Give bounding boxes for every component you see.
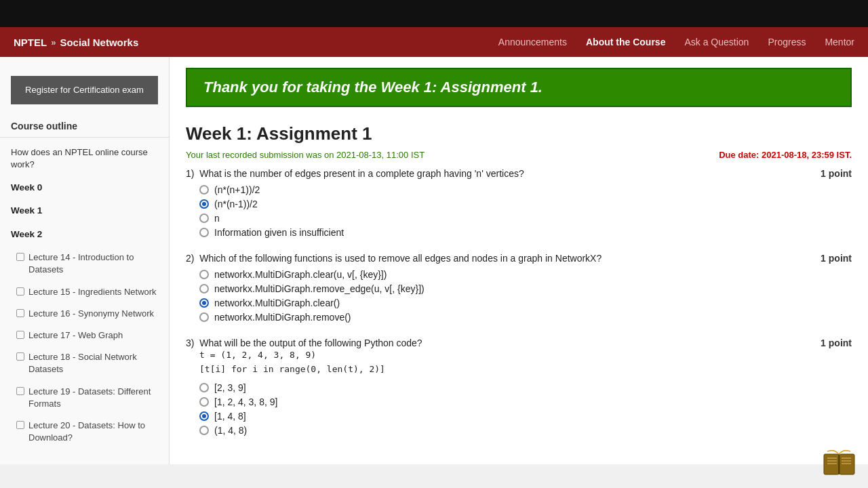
question-2-options: networkx.MultiDiGraph.clear(u, v[, {key}… (199, 269, 852, 323)
option-1-4[interactable]: Information given is insufficient (199, 227, 852, 238)
sidebar-label-lecture14: Lecture 14 - Introduction to Datasets (28, 251, 158, 276)
option-label-3-2: [1, 2, 4, 3, 8, 9] (214, 396, 277, 407)
main-container: Register for Certification exam Course o… (0, 57, 868, 464)
register-area: Register for Certification exam (0, 65, 169, 115)
svg-rect-1 (840, 454, 854, 464)
question-2-header: 2) Which of the following functions is u… (186, 253, 852, 264)
radio-3-4[interactable] (199, 426, 209, 435)
nav-progress[interactable]: Progress (768, 37, 806, 47)
svg-rect-0 (824, 454, 839, 464)
checkbox-lecture17 (16, 331, 24, 339)
code-block-q3: t = (1, 2, 4, 3, 8, 9) [t[i] for i in ra… (199, 348, 807, 377)
question-2-number: 2) (186, 253, 194, 264)
question-2-text: 2) Which of the following functions is u… (186, 253, 807, 264)
book-icon (821, 447, 858, 464)
question-1-body: What is the number of edges present in a… (199, 168, 524, 179)
question-1-text: 1) What is the number of edges present i… (186, 168, 807, 179)
nav-arrow: » (51, 37, 56, 47)
last-submitted: Your last recorded submission was on 202… (186, 150, 425, 160)
sidebar-item-lecture15[interactable]: Lecture 15 - Ingredients Network (0, 281, 169, 303)
option-label-3-1: [2, 3, 9] (214, 382, 246, 393)
option-2-4[interactable]: networkx.MultiDiGraph.remove() (199, 312, 852, 323)
question-2: 2) Which of the following functions is u… (186, 253, 852, 323)
option-3-4[interactable]: (1, 4, 8) (199, 425, 852, 436)
nav-mentor[interactable]: Mentor (825, 37, 854, 47)
code-line2: [t[i] for i in range(0, len(t), 2)] (199, 363, 807, 377)
question-3-options: [2, 3, 9] [1, 2, 4, 3, 8, 9] [1, 4, 8] (… (199, 382, 852, 436)
question-1-number: 1) (186, 168, 194, 179)
questions-area: 1) What is the number of edges present i… (170, 168, 868, 436)
nav-ask-question[interactable]: Ask a Question (684, 37, 749, 47)
option-2-3[interactable]: networkx.MultiDiGraph.clear() (199, 298, 852, 308)
content-area: Thank you for taking the Week 1: Assignm… (170, 57, 868, 464)
sidebar-label-lecture18: Lecture 18 - Social Network Datasets (28, 351, 158, 375)
radio-1-1[interactable] (199, 185, 209, 195)
sidebar-item-week0[interactable]: Week 0 (0, 176, 169, 200)
question-1-header: 1) What is the number of edges present i… (186, 168, 852, 179)
question-1: 1) What is the number of edges present i… (186, 168, 852, 238)
question-2-points: 1 point (821, 253, 852, 264)
question-3-points: 1 point (821, 338, 852, 377)
sidebar-item-nptel-works[interactable]: How does an NPTEL online course work? (0, 142, 169, 176)
option-label-1-4: Information given is insufficient (214, 227, 344, 238)
radio-3-3[interactable] (199, 411, 209, 421)
sidebar-item-lecture20[interactable]: Lecture 20 - Datasets: How to Download? (0, 415, 169, 449)
section-label: Social Networks (60, 37, 138, 48)
sidebar-label-lecture16: Lecture 16 - Synonymy Network (28, 308, 154, 320)
nav-bar: NPTEL » Social Networks Announcements Ab… (0, 27, 868, 57)
option-label-1-2: (n*(n-1))/2 (214, 199, 258, 209)
option-3-1[interactable]: [2, 3, 9] (199, 382, 852, 393)
sidebar-item-week2[interactable]: Week 2 (0, 223, 169, 247)
option-label-1-3: n (214, 213, 220, 224)
nav-about-course[interactable]: About the Course (586, 37, 665, 47)
question-1-points: 1 point (821, 168, 852, 179)
option-1-3[interactable]: n (199, 213, 852, 224)
register-button[interactable]: Register for Certification exam (11, 76, 158, 104)
radio-1-2[interactable] (199, 199, 209, 209)
radio-3-1[interactable] (199, 383, 209, 392)
question-1-options: (n*(n+1))/2 (n*(n-1))/2 n Information gi… (199, 184, 852, 238)
radio-2-2[interactable] (199, 284, 209, 293)
sidebar-label-lecture17: Lecture 17 - Web Graph (28, 329, 123, 342)
question-3-header: 3) What will be the output of the follow… (186, 338, 852, 377)
checkbox-lecture15 (16, 287, 24, 296)
nav-brand: NPTEL » Social Networks (14, 37, 138, 48)
sidebar-item-lecture17[interactable]: Lecture 17 - Web Graph (0, 325, 169, 346)
top-bar (0, 0, 868, 27)
nptel-label: NPTEL (14, 37, 47, 48)
radio-1-3[interactable] (199, 214, 209, 223)
option-3-3[interactable]: [1, 4, 8] (199, 411, 852, 422)
sidebar-label-lecture19: Lecture 19 - Datasets: Different Formats (28, 386, 158, 410)
sidebar-item-week1[interactable]: Week 1 (0, 199, 169, 223)
question-2-body: Which of the following functions is used… (199, 253, 601, 264)
option-1-1[interactable]: (n*(n+1))/2 (199, 184, 852, 195)
sidebar-item-lecture14[interactable]: Lecture 14 - Introduction to Datasets (0, 247, 169, 281)
sidebar-item-lecture18[interactable]: Lecture 18 - Social Network Datasets (0, 346, 169, 380)
radio-1-4[interactable] (199, 228, 209, 237)
radio-3-2[interactable] (199, 397, 209, 407)
nav-announcements[interactable]: Announcements (498, 37, 567, 47)
assignment-title: Week 1: Assignment 1 (170, 118, 868, 147)
option-label-3-3: [1, 4, 8] (214, 411, 246, 422)
option-3-2[interactable]: [1, 2, 4, 3, 8, 9] (199, 396, 852, 407)
nav-links: Announcements About the Course Ask a Que… (498, 37, 854, 47)
checkbox-lecture16 (16, 309, 24, 317)
option-label-3-4: (1, 4, 8) (214, 425, 247, 436)
option-2-1[interactable]: networkx.MultiDiGraph.clear(u, v[, {key}… (199, 269, 852, 280)
checkbox-lecture18 (16, 352, 24, 361)
course-outline-header: Course outline (0, 115, 169, 138)
question-3-number: 3) (186, 338, 194, 348)
sidebar-item-lecture19[interactable]: Lecture 19 - Datasets: Different Formats (0, 381, 169, 415)
radio-2-1[interactable] (199, 270, 209, 279)
checkbox-lecture19 (16, 387, 24, 395)
option-label-2-3: networkx.MultiDiGraph.clear() (214, 298, 340, 308)
sidebar-item-lecture16[interactable]: Lecture 16 - Synonymy Network (0, 303, 169, 325)
option-2-2[interactable]: networkx.MultiDiGraph.remove_edge(u, v[,… (199, 283, 852, 294)
question-3: 3) What will be the output of the follow… (186, 338, 852, 436)
option-label-2-1: networkx.MultiDiGraph.clear(u, v[, {key}… (214, 269, 387, 280)
checkbox-lecture20 (16, 421, 24, 429)
radio-2-3[interactable] (199, 298, 209, 308)
radio-2-4[interactable] (199, 312, 209, 322)
question-3-body: What will be the output of the following… (199, 338, 422, 348)
option-1-2[interactable]: (n*(n-1))/2 (199, 199, 852, 209)
